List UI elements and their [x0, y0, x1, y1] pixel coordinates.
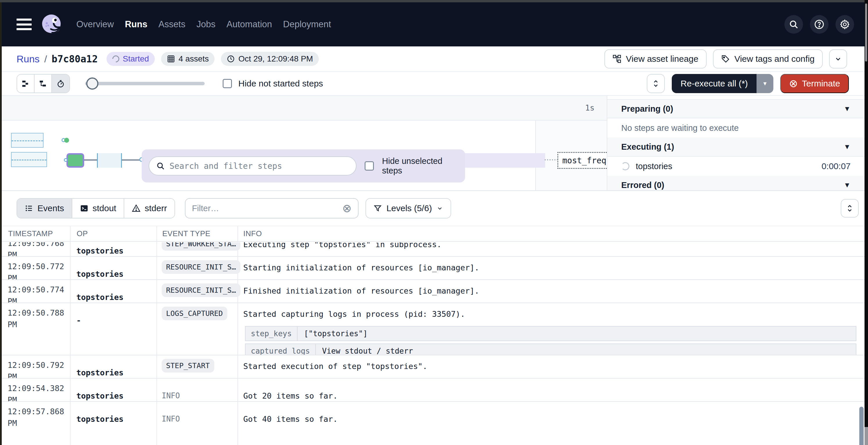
nav-item-assets[interactable]: Assets — [158, 19, 186, 30]
gantt-chart: 1s most_frequent Search and filter steps… — [0, 96, 865, 191]
section-header-executing[interactable]: Executing (1) ▼ — [607, 137, 865, 157]
tag-icon — [721, 55, 730, 63]
log-row[interactable]: 12:09:50.792PMtopstoriesSTEP_STARTStarte… — [0, 355, 865, 379]
executing-step-name: topstories — [636, 162, 672, 171]
info-message: Starting initialization of resources [io… — [243, 263, 479, 272]
waiting-step-box[interactable] — [11, 152, 47, 167]
assets-badge[interactable]: 4 assets — [161, 52, 215, 66]
table-scrollbar-thumb[interactable] — [859, 407, 864, 445]
tab-stdout-label: stdout — [93, 203, 116, 213]
re-execute-all-button[interactable]: Re-execute all (*) — [672, 74, 756, 93]
log-row[interactable]: 12:09:57.868PMtopstoriesINFOGot 40 items… — [0, 402, 865, 445]
log-filter-input[interactable]: Filter… ⊗ — [185, 198, 359, 218]
page-scrollbar-thumb[interactable] — [865, 3, 867, 62]
executing-step-row[interactable]: topstories 0:00:07 — [607, 157, 865, 176]
step-status-panel: Preparing (0) ▼ No steps are waiting to … — [607, 96, 865, 190]
re-execute-dropdown-button[interactable]: ▾ — [756, 74, 773, 93]
settings-button[interactable] — [836, 15, 854, 34]
gantt-zoom-slider[interactable] — [85, 74, 205, 93]
running-step-bar-selected[interactable] — [66, 153, 84, 168]
clear-filter-icon[interactable]: ⊗ — [342, 203, 351, 214]
clock-icon — [227, 55, 235, 63]
timestamp-cell: 12:09:50.772PM — [0, 257, 70, 280]
help-button[interactable] — [810, 15, 829, 34]
col-timestamp: TIMESTAMP — [0, 229, 70, 238]
selected-row-highlight — [453, 153, 545, 168]
log-row[interactable]: 12:09:50.774PMtopstoriesRESOURCE_INIT_S…… — [0, 280, 865, 303]
timestamp-cell: 12:09:50.788PM — [0, 303, 70, 355]
log-row[interactable]: 12:09:50.768PMtopstoriesSTEP_WORKER_STA…… — [0, 242, 865, 257]
log-filter-placeholder: Filter… — [192, 204, 219, 213]
col-event-type: EVENT TYPE — [156, 229, 238, 238]
timed-view-button[interactable] — [52, 74, 69, 93]
flat-view-icon — [21, 79, 30, 88]
status-badge[interactable]: Started — [106, 52, 155, 66]
event-log-table: TIMESTAMP OP EVENT TYPE INFO 12:09:50.76… — [0, 226, 865, 445]
top-navbar: Overview Runs Assets Jobs Automation Dep… — [0, 2, 868, 46]
section-header-preparing[interactable]: Preparing (0) ▼ — [607, 99, 865, 118]
log-row[interactable]: 12:09:54.382PMtopstoriesINFOGot 20 items… — [0, 379, 865, 402]
slider-handle[interactable] — [86, 77, 98, 90]
gantt-toolbar: Hide not started steps Re-execute all (*… — [0, 72, 865, 96]
view-asset-lineage-button[interactable]: View asset lineage — [604, 49, 707, 68]
info-cell: Executing step "topstories" in subproces… — [238, 242, 865, 257]
op-cell: topstories — [70, 379, 156, 402]
terminal-icon — [80, 204, 89, 213]
levels-dropdown-button[interactable]: Levels (5/6) — [366, 198, 451, 218]
more-run-actions-button[interactable] — [829, 49, 847, 68]
tab-stderr[interactable]: stderr — [124, 199, 175, 218]
nav-item-automation[interactable]: Automation — [226, 19, 272, 30]
hide-not-started-label[interactable]: Hide not started steps — [238, 79, 323, 89]
tab-events-label: Events — [37, 203, 64, 213]
running-step-dot[interactable] — [64, 138, 69, 143]
jump-top-bottom-button[interactable] — [841, 199, 859, 217]
log-row[interactable]: 12:09:50.788PM-LOGS_CAPTUREDStarted capt… — [0, 303, 865, 355]
terminate-icon: ⊗ — [789, 78, 798, 89]
log-row[interactable]: 12:09:50.772PMtopstoriesRESOURCE_INIT_S…… — [0, 257, 865, 280]
window-left-edge — [0, 2, 2, 445]
col-info: INFO — [238, 229, 262, 238]
step-connector-dot — [64, 158, 68, 162]
step-label-box[interactable]: most_frequent — [557, 152, 609, 169]
section-header-errored[interactable]: Errored (0) ▼ — [607, 176, 865, 191]
event-type-label: INFO — [162, 415, 180, 423]
levels-label: Levels (5/6) — [386, 203, 432, 213]
nav-item-jobs[interactable]: Jobs — [196, 19, 215, 30]
executing-step-elapsed: 0:00:07 — [822, 161, 850, 171]
hide-unselected-label[interactable]: Hide unselected steps — [382, 157, 458, 175]
breadcrumb-runs-link[interactable]: Runs — [17, 54, 39, 65]
info-message: Started execution of step "topstories". — [243, 362, 427, 371]
chevron-down-icon — [437, 205, 443, 211]
info-cell: Got 20 items so far. — [238, 379, 865, 402]
info-message: Started capturing logs in process (pid: … — [243, 310, 465, 318]
lineage-icon — [613, 55, 621, 63]
nav-item-runs[interactable]: Runs — [125, 19, 148, 30]
metadata-value-link[interactable]: View stdout / stderr — [316, 344, 420, 355]
dagster-logo-icon[interactable] — [39, 12, 64, 37]
start-time-badge: Oct 29, 12:09:48 PM — [221, 52, 319, 66]
tab-events[interactable]: Events — [17, 199, 72, 218]
flat-view-button[interactable] — [17, 74, 35, 93]
table-body: 12:09:50.768PMtopstoriesSTEP_WORKER_STA…… — [0, 242, 865, 445]
queued-step-box[interactable] — [97, 153, 122, 168]
view-tags-config-button[interactable]: View tags and config — [713, 49, 823, 68]
log-view-tabs: Events stdout stderr — [17, 198, 175, 218]
nav-item-overview[interactable]: Overview — [76, 19, 114, 30]
info-cell: Got 40 items so far. — [238, 402, 865, 429]
timestamp-cell: 12:09:50.774PM — [0, 280, 70, 303]
info-message: Executing step "topstories" in subproces… — [243, 242, 441, 249]
step-search-input[interactable]: Search and filter steps — [149, 157, 356, 175]
hide-unselected-checkbox[interactable] — [365, 161, 374, 171]
hamburger-menu-icon[interactable] — [17, 19, 32, 30]
page-scrollbar[interactable] — [865, 0, 868, 445]
waiting-step-box[interactable] — [11, 133, 43, 148]
nav-item-deployment[interactable]: Deployment — [283, 19, 331, 30]
hide-not-started-checkbox[interactable] — [223, 79, 232, 88]
info-message: Got 40 items so far. — [243, 415, 338, 423]
expand-collapse-panels-button[interactable] — [647, 74, 665, 93]
event-type-badge: RESOURCE_INIT_S… — [162, 283, 240, 297]
search-button[interactable] — [784, 15, 803, 34]
waterfall-view-button[interactable] — [35, 74, 52, 93]
tab-stdout[interactable]: stdout — [72, 199, 125, 218]
terminate-button[interactable]: ⊗ Terminate — [780, 74, 849, 93]
